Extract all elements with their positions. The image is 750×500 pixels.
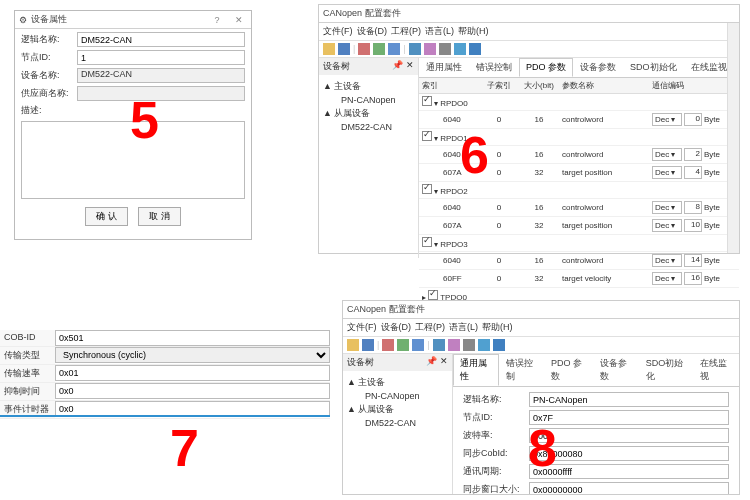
- tab-sdo[interactable]: SDO初始化: [623, 58, 684, 77]
- offset-input[interactable]: 0: [684, 113, 702, 126]
- offset-input[interactable]: 2: [684, 148, 702, 161]
- checkbox-icon[interactable]: [422, 184, 432, 194]
- menu-help-8[interactable]: 帮助(H): [482, 321, 513, 334]
- cfg-icon[interactable]: [454, 43, 466, 55]
- tree-root[interactable]: ▲ 主设备: [323, 79, 414, 94]
- desc-textarea[interactable]: [21, 121, 245, 199]
- offset-input[interactable]: 14: [684, 254, 702, 267]
- enc-select[interactable]: Dec ▾: [652, 166, 682, 179]
- field-input[interactable]: [529, 410, 729, 425]
- col-bit: 大小(bit): [519, 78, 559, 93]
- tree-slaves[interactable]: ▲ 从属设备: [323, 106, 414, 121]
- close-icon[interactable]: ✕: [231, 15, 247, 25]
- info-icon[interactable]: [469, 43, 481, 55]
- cell-name: controlword: [559, 201, 649, 214]
- unit-label: Byte: [704, 221, 720, 230]
- cfg-icon-8[interactable]: [478, 339, 490, 351]
- checkbox-icon[interactable]: [428, 290, 438, 300]
- enc-select[interactable]: Dec ▾: [652, 272, 682, 285]
- tree-slave-dm522[interactable]: DM522-CAN: [323, 121, 414, 133]
- tab-devparam-8[interactable]: 设备参数: [593, 354, 639, 386]
- refresh-icon[interactable]: [409, 43, 421, 55]
- cut-icon[interactable]: [358, 43, 370, 55]
- list-icon-8[interactable]: [463, 339, 475, 351]
- 抑制时间-input[interactable]: [55, 383, 330, 399]
- menu-project-8[interactable]: 工程(P): [415, 321, 445, 334]
- field-input[interactable]: [529, 446, 729, 461]
- tab-sdo-8[interactable]: SDO初始化: [639, 354, 694, 386]
- tree-slave-8[interactable]: DM522-CAN: [347, 417, 448, 429]
- pdo-group[interactable]: ▾ RPDO0: [419, 94, 479, 110]
- tree-slaves-8[interactable]: ▲ 从属设备: [347, 402, 448, 417]
- 传输类型-select[interactable]: Synchronous (cyclic): [55, 347, 330, 363]
- open-icon[interactable]: [323, 43, 335, 55]
- scrollbar[interactable]: [727, 23, 739, 253]
- tree-master-8[interactable]: PN-CANopen: [347, 390, 448, 402]
- pdo-group[interactable]: ▾ RPDO1: [419, 129, 479, 145]
- list-icon[interactable]: [439, 43, 451, 55]
- menu-project[interactable]: 工程(P): [391, 25, 421, 38]
- enc-select[interactable]: Dec ▾: [652, 219, 682, 232]
- name-input[interactable]: [77, 32, 245, 47]
- ok-button[interactable]: 确 认: [85, 207, 128, 226]
- COB-ID-input[interactable]: [55, 330, 330, 346]
- node-input[interactable]: [77, 50, 245, 65]
- menu-device-8[interactable]: 设备(D): [381, 321, 412, 334]
- tab-pdo-8[interactable]: PDO 参数: [544, 354, 593, 386]
- tab-error[interactable]: 错误控制: [469, 58, 519, 77]
- cut-icon-8[interactable]: [382, 339, 394, 351]
- tab-general[interactable]: 通用属性: [419, 58, 469, 77]
- menu-file-8[interactable]: 文件(F): [347, 321, 377, 334]
- tab-error-8[interactable]: 错误控制: [499, 354, 545, 386]
- offset-input[interactable]: 8: [684, 201, 702, 214]
- 传输速率-input[interactable]: [55, 365, 330, 381]
- enc-select[interactable]: Dec ▾: [652, 201, 682, 214]
- tree-root-8[interactable]: ▲ 主设备: [347, 375, 448, 390]
- field-input[interactable]: [529, 464, 729, 479]
- checkbox-icon[interactable]: [422, 131, 432, 141]
- tree-header: 设备树📌 ✕: [319, 58, 418, 75]
- pdo-group[interactable]: ▾ RPDO3: [419, 235, 479, 251]
- menu-help[interactable]: 帮助(H): [458, 25, 489, 38]
- tool2-icon-8[interactable]: [412, 339, 424, 351]
- offset-input[interactable]: 10: [684, 219, 702, 232]
- tool-icon[interactable]: [373, 43, 385, 55]
- pin-icon[interactable]: 📌 ✕: [392, 60, 414, 73]
- checkbox-icon[interactable]: [422, 96, 432, 106]
- row-label: COB-ID: [0, 330, 55, 346]
- menu-file[interactable]: 文件(F): [323, 25, 353, 38]
- tree-master[interactable]: PN-CANopen: [323, 94, 414, 106]
- enc-select[interactable]: Dec ▾: [652, 254, 682, 267]
- tab-devparam[interactable]: 设备参数: [573, 58, 623, 77]
- row-label: 抑制时间: [0, 383, 55, 400]
- menu-lang-8[interactable]: 语言(L): [449, 321, 478, 334]
- tool2-icon[interactable]: [388, 43, 400, 55]
- cancel-button[interactable]: 取 消: [138, 207, 181, 226]
- enc-select[interactable]: Dec ▾: [652, 148, 682, 161]
- open-icon-8[interactable]: [347, 339, 359, 351]
- menu-device[interactable]: 设备(D): [357, 25, 388, 38]
- info-icon-8[interactable]: [493, 339, 505, 351]
- tab-general-8[interactable]: 通用属性: [453, 354, 499, 386]
- menu-lang[interactable]: 语言(L): [425, 25, 454, 38]
- field-input[interactable]: [529, 482, 729, 494]
- field-input[interactable]: [529, 392, 729, 407]
- pin-icon-8[interactable]: 📌 ✕: [426, 356, 448, 369]
- export-icon-8[interactable]: [448, 339, 460, 351]
- checkbox-icon[interactable]: [422, 237, 432, 247]
- enc-select[interactable]: Dec ▾: [652, 113, 682, 126]
- field-input[interactable]: [529, 428, 729, 443]
- export-icon[interactable]: [424, 43, 436, 55]
- help-icon[interactable]: ?: [209, 15, 225, 25]
- tool-icon-8[interactable]: [397, 339, 409, 351]
- offset-input[interactable]: 4: [684, 166, 702, 179]
- save-icon[interactable]: [338, 43, 350, 55]
- save-icon-8[interactable]: [362, 339, 374, 351]
- row-label: 传输速率: [0, 365, 55, 382]
- pdo-group[interactable]: ▾ RPDO2: [419, 182, 479, 198]
- offset-input[interactable]: 16: [684, 272, 702, 285]
- tab-online-8[interactable]: 在线监视: [693, 354, 739, 386]
- tab-pdo[interactable]: PDO 参数: [519, 58, 573, 77]
- cell-bit: 32: [519, 166, 559, 179]
- refresh-icon-8[interactable]: [433, 339, 445, 351]
